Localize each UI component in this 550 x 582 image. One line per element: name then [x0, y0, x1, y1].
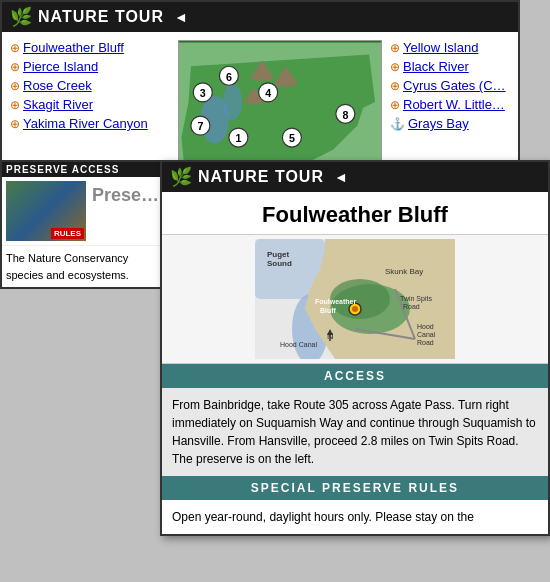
svg-text:5: 5	[289, 132, 295, 144]
svg-text:Twin Spits: Twin Spits	[400, 295, 432, 303]
foreground-window: 🌿 NATURE TOUR ◄ Foulweather Bluff	[160, 160, 550, 536]
list-item: ⊕ Rose Creek	[10, 78, 170, 93]
bullet-icon: ⊕	[10, 60, 20, 74]
fg-content-area: Foulweather Bluff	[162, 192, 548, 534]
svg-text:Sound: Sound	[267, 259, 292, 268]
list-item: ⊕ Skagit River	[10, 97, 170, 112]
bullet-icon: ⊕	[390, 41, 400, 55]
list-item: ⊕ Pierce Island	[10, 59, 170, 74]
bg-nav-arrow[interactable]: ◄	[174, 9, 188, 25]
special-rules-bar: SPECIAL PRESERVE RULES	[162, 476, 548, 500]
black-river-link[interactable]: Black River	[403, 59, 469, 74]
svg-text:Hood: Hood	[417, 323, 434, 330]
preserve-access-header: PRESERVE ACCESS	[2, 162, 163, 177]
list-item: ⊕ Yakima River Canyon	[10, 116, 170, 131]
list-item: ⊕ Foulweather Bluff	[10, 40, 170, 55]
fg-title-bar: 🌿 NATURE TOUR ◄	[162, 162, 548, 192]
foulweather-bluff-link[interactable]: Foulweather Bluff	[23, 40, 124, 55]
detail-map-svg: N Puget Sound Skunk Bay Foulweather Bluf…	[255, 239, 455, 359]
robert-little-link[interactable]: Robert W. Little…	[403, 97, 505, 112]
fg-leaf-icon: 🌿	[170, 166, 192, 188]
svg-text:7: 7	[197, 120, 203, 132]
list-item: ⊕ Robert W. Little…	[390, 97, 510, 112]
yakima-river-link[interactable]: Yakima River Canyon	[23, 116, 148, 131]
fg-nav-arrow[interactable]: ◄	[334, 169, 348, 185]
conservancy-text: The Nature Conservancy species and ecosy…	[2, 245, 163, 287]
left-panel: PRESERVE ACCESS RULES Prese… The Nature …	[0, 160, 165, 289]
svg-point-33	[352, 306, 358, 312]
svg-text:Bluff: Bluff	[320, 307, 337, 314]
preserve-title-heading: Foulweather Bluff	[162, 192, 548, 234]
svg-text:Road: Road	[417, 339, 434, 346]
svg-point-4	[223, 84, 242, 120]
list-item: ⊕ Cyrus Gates (C…	[390, 78, 510, 93]
bullet-icon: ⊕	[390, 60, 400, 74]
bullet-icon: ⊕	[10, 117, 20, 131]
preserve-title-partial: Prese…	[90, 181, 159, 210]
bullet-icon: ⊕	[390, 79, 400, 93]
preserve-section: RULES Prese…	[2, 177, 163, 245]
svg-text:Foulweather: Foulweather	[315, 298, 357, 305]
preserve-image-container: RULES	[6, 181, 86, 241]
svg-text:Road: Road	[403, 303, 420, 310]
list-item: ⚓ Grays Bay	[390, 116, 510, 131]
svg-text:Skunk Bay: Skunk Bay	[385, 267, 423, 276]
bullet-icon: ⊕	[390, 98, 400, 112]
access-section-bar: ACCESS	[162, 364, 548, 388]
svg-text:Canal: Canal	[417, 331, 436, 338]
rose-creek-link[interactable]: Rose Creek	[23, 78, 92, 93]
grays-bay-link[interactable]: Grays Bay	[408, 116, 469, 131]
rules-text-content: Open year-round, daylight hours only. Pl…	[162, 500, 548, 534]
svg-text:Hood Canal: Hood Canal	[280, 341, 317, 348]
cyrus-gates-link[interactable]: Cyrus Gates (C…	[403, 78, 506, 93]
list-item: ⊕ Yellow Island	[390, 40, 510, 55]
bg-title-bar: 🌿 NATURE TOUR ◄	[2, 2, 518, 32]
svg-text:1: 1	[235, 132, 241, 144]
pierce-island-link[interactable]: Pierce Island	[23, 59, 98, 74]
svg-text:Puget: Puget	[267, 250, 290, 259]
skagit-river-link[interactable]: Skagit River	[23, 97, 93, 112]
bullet-icon: ⚓	[390, 117, 405, 131]
svg-text:4: 4	[265, 87, 271, 99]
detail-map-container: N Puget Sound Skunk Bay Foulweather Bluf…	[162, 234, 548, 364]
yellow-island-link[interactable]: Yellow Island	[403, 40, 478, 55]
access-text-content: From Bainbridge, take Route 305 across A…	[162, 388, 548, 476]
bg-title-text: NATURE TOUR	[38, 8, 164, 26]
svg-text:3: 3	[200, 87, 206, 99]
svg-text:8: 8	[342, 109, 348, 121]
leaf-icon: 🌿	[10, 6, 32, 28]
fg-title-text: NATURE TOUR	[198, 168, 324, 186]
list-item: ⊕ Black River	[390, 59, 510, 74]
svg-text:6: 6	[226, 71, 232, 83]
rules-badge: RULES	[51, 228, 84, 239]
bullet-icon: ⊕	[10, 79, 20, 93]
bullet-icon: ⊕	[10, 98, 20, 112]
bullet-icon: ⊕	[10, 41, 20, 55]
